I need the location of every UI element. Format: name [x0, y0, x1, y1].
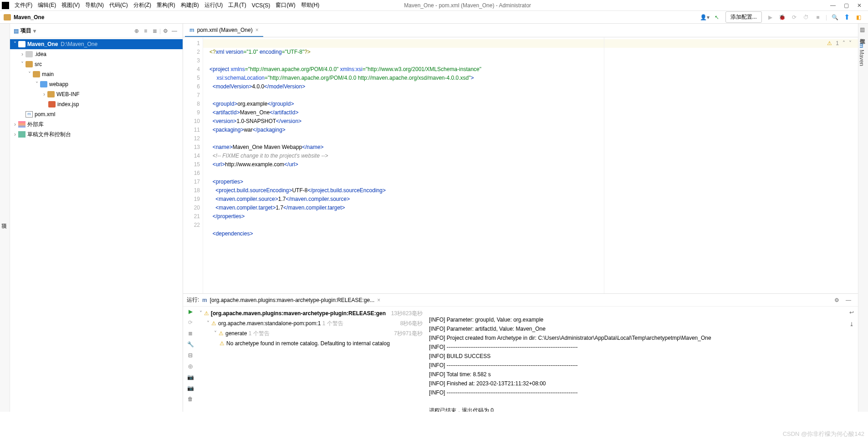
- next-highlight-icon[interactable]: ˅: [849, 40, 852, 46]
- run-header: 运行: m [org.apache.maven.plugins:maven-ar…: [183, 294, 858, 307]
- right-tool-rail: ▥ 数据库 m Maven: [858, 24, 868, 412]
- close-icon[interactable]: ✕: [857, 2, 862, 9]
- minimize-icon[interactable]: —: [830, 2, 836, 9]
- settings-icon[interactable]: ⚙: [161, 28, 170, 34]
- tree-pom[interactable]: m pom.xml: [10, 109, 183, 119]
- camera-icon[interactable]: 📷: [187, 374, 194, 380]
- app-logo-icon: [2, 2, 9, 9]
- stop-icon[interactable]: ■: [813, 12, 823, 22]
- gear-icon[interactable]: ⚙: [832, 295, 842, 305]
- tab-pom-xml[interactable]: m pom.xml (Maven_One) ×: [185, 24, 263, 37]
- play-icon[interactable]: ▶: [766, 12, 776, 22]
- menu-refactor[interactable]: 重构(R): [154, 1, 178, 9]
- run-node-generate[interactable]: ˅⚠ generate 1 个警告 7秒971毫秒: [198, 328, 425, 338]
- expand-icon[interactable]: ≡: [141, 28, 150, 34]
- hide-icon[interactable]: —: [170, 28, 179, 34]
- hide-icon[interactable]: —: [843, 295, 853, 305]
- watermark: CSDN @你非柠檬为何心酸142: [783, 430, 864, 438]
- soft-wrap-icon[interactable]: ↩: [849, 309, 854, 316]
- tree-idea[interactable]: › .idea: [10, 49, 183, 59]
- main-area: 项目 ▤ 项目 ▾ ⊕ ≡ ≣ | ⚙ — ˅ Maven_One D:\Mav…: [0, 24, 868, 412]
- tree-icon[interactable]: ≣: [188, 330, 193, 337]
- debug-icon[interactable]: 🐞: [777, 12, 787, 22]
- stop-icon[interactable]: ⟳: [188, 319, 193, 326]
- left-tool-rail: 项目: [0, 24, 10, 412]
- menu-analyze[interactable]: 分析(Z): [131, 1, 154, 9]
- run-node-warning[interactable]: ⚠ No archetype found in remote catalog. …: [198, 338, 425, 348]
- editor-area: m pom.xml (Maven_One) × 1234567891011121…: [183, 24, 858, 412]
- pin-icon[interactable]: ⊟: [188, 352, 193, 358]
- tree-scratches[interactable]: › 草稿文件和控制台: [10, 129, 183, 139]
- trash-icon[interactable]: 🗑: [188, 396, 193, 402]
- maven-tool-button[interactable]: m Maven: [858, 43, 865, 66]
- menu-code[interactable]: 代码(C): [107, 1, 131, 9]
- tree-ext-libs[interactable]: › 外部库: [10, 119, 183, 129]
- tab-label: pom.xml (Maven_One): [197, 27, 253, 33]
- run-label: 运行:: [187, 296, 199, 304]
- run-tool-window: 运行: m [org.apache.maven.plugins:maven-ar…: [183, 293, 858, 412]
- target-icon[interactable]: ◎: [188, 363, 193, 369]
- maven-icon: m: [189, 27, 194, 33]
- menu-file[interactable]: 文件(F): [12, 1, 35, 9]
- warning-count: 1: [836, 40, 839, 46]
- run-console[interactable]: [INFO] Parameter: groupId, Value: org.ex…: [425, 307, 845, 412]
- profile-icon[interactable]: ⏱: [801, 12, 811, 22]
- project-view-selector[interactable]: ▤ 项目 ▾: [14, 27, 36, 35]
- locate-icon[interactable]: ⊕: [132, 28, 141, 34]
- warning-icon: ⚠: [827, 40, 832, 46]
- wrench-icon[interactable]: 🔧: [187, 341, 194, 348]
- line-gutter: 12345678910111213141516171819202122: [183, 37, 203, 293]
- window-title: Maven_One - pom.xml (Maven_One) - Admini…: [404, 2, 531, 9]
- tree-root[interactable]: ˅ Maven_One D:\Maven_One: [10, 39, 183, 49]
- database-tool-button[interactable]: ▥ 数据库: [858, 26, 866, 34]
- tree-src[interactable]: ˅ src: [10, 59, 183, 69]
- project-folder-icon: [4, 14, 11, 20]
- menu-run[interactable]: 运行(U): [202, 1, 226, 9]
- menu-tools[interactable]: 工具(T): [225, 1, 249, 9]
- rerun-icon[interactable]: ▶: [189, 308, 193, 315]
- scroll-end-icon[interactable]: ⤓: [849, 321, 854, 327]
- breadcrumb-project[interactable]: Maven_One: [14, 14, 44, 20]
- run-config-button[interactable]: 添加配置...: [725, 11, 762, 23]
- sync-icon[interactable]: ⬆: [842, 12, 852, 22]
- navigation-bar: Maven_One 👤▾ ↖ 添加配置... ▶ 🐞 ⟳ ⏱ ■ | 🔍 ⬆ ◧: [0, 11, 868, 24]
- run-left-rail: ▶ ⟳ ≣ 🔧 ⊟ ◎ 📷 📷 🗑: [183, 307, 198, 412]
- maximize-icon[interactable]: ▢: [844, 2, 849, 9]
- menu-window[interactable]: 窗口(W): [273, 1, 298, 9]
- tab-close-icon[interactable]: ×: [255, 27, 259, 33]
- project-tool-window: ▤ 项目 ▾ ⊕ ≡ ≣ | ⚙ — ˅ Maven_One D:\Maven_…: [10, 24, 183, 412]
- prev-highlight-icon[interactable]: ˄: [842, 40, 845, 46]
- maven-icon: m: [202, 297, 207, 303]
- code-content[interactable]: <?xml version="1.0" encoding="UTF-8"?> <…: [203, 37, 858, 293]
- menu-view[interactable]: 视图(V): [59, 1, 82, 9]
- inspection-widget[interactable]: ⚠ 1 ˄ ˅: [827, 40, 852, 46]
- camera2-icon[interactable]: 📷: [187, 385, 194, 391]
- tree-webinf[interactable]: › WEB-INF: [10, 89, 183, 99]
- project-tree[interactable]: ˅ Maven_One D:\Maven_One › .idea ˅ src ˅…: [10, 38, 183, 412]
- menu-edit[interactable]: 编辑(E): [35, 1, 59, 9]
- ide-icon[interactable]: ◧: [853, 12, 863, 22]
- menu-vcs[interactable]: VCS(S): [249, 2, 273, 9]
- collapse-icon[interactable]: ≣: [150, 28, 159, 34]
- coverage-icon[interactable]: ⟳: [789, 12, 799, 22]
- menu-bar: 文件(F) 编辑(E) 视图(V) 导航(N) 代码(C) 分析(Z) 重构(R…: [0, 0, 868, 11]
- run-node-root[interactable]: ˅⚠ [org.apache.maven.plugins:maven-arche…: [198, 308, 425, 318]
- tab-close-icon[interactable]: ×: [377, 297, 380, 303]
- code-editor[interactable]: 12345678910111213141516171819202122 <?xm…: [183, 37, 858, 293]
- run-tree[interactable]: ˅⚠ [org.apache.maven.plugins:maven-arche…: [198, 307, 425, 412]
- menu-build[interactable]: 构建(B): [178, 1, 202, 9]
- menu-nav[interactable]: 导航(N): [82, 1, 107, 9]
- editor-tabs: m pom.xml (Maven_One) ×: [183, 24, 858, 37]
- menu-help[interactable]: 帮助(H): [298, 1, 322, 9]
- tree-main[interactable]: ˅ main: [10, 69, 183, 79]
- user-icon[interactable]: 👤▾: [700, 12, 710, 22]
- tree-webapp[interactable]: ˅ webapp: [10, 79, 183, 89]
- search-icon[interactable]: 🔍: [830, 12, 840, 22]
- run-config-name[interactable]: [org.apache.maven.plugins:maven-archetyp…: [210, 297, 375, 303]
- hammer-icon[interactable]: ↖: [712, 12, 722, 22]
- tree-indexjsp[interactable]: index.jsp: [10, 99, 183, 109]
- run-right-rail: ↩ ⤓: [845, 307, 858, 412]
- run-node-pom[interactable]: ˅⚠ org.apache.maven:standalone-pom:pom:1…: [198, 318, 425, 328]
- project-header: ▤ 项目 ▾ ⊕ ≡ ≣ | ⚙ —: [10, 24, 183, 38]
